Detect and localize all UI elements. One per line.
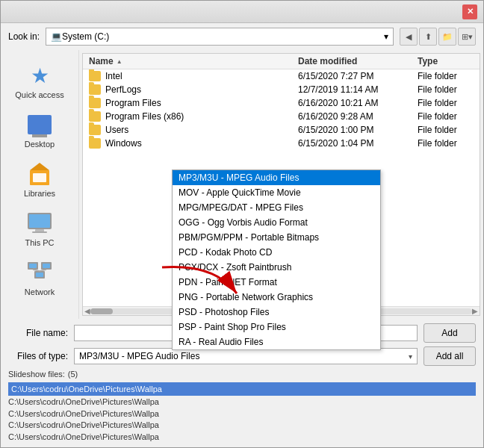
file-modified: 6/15/2020 1:04 PM bbox=[292, 138, 412, 149]
file-name: PerfLogs bbox=[105, 84, 141, 95]
svg-rect-2 bbox=[33, 173, 46, 182]
file-modified: 6/15/2020 1:00 PM bbox=[292, 125, 412, 135]
column-name[interactable]: Name ▲ bbox=[83, 56, 292, 66]
column-type[interactable]: Type bbox=[412, 56, 480, 66]
dropdown-item-psd[interactable]: PSD - Photoshop Files bbox=[173, 305, 380, 320]
this-pc-icon bbox=[26, 210, 53, 237]
file-list-header: Name ▲ Date modified Type bbox=[83, 54, 480, 69]
close-button[interactable]: ✕ bbox=[462, 4, 477, 19]
file-type: File folder bbox=[412, 71, 480, 81]
table-row[interactable]: PerfLogs 12/7/2019 11:14 AM File folder bbox=[83, 83, 480, 96]
look-in-icon: 💻 bbox=[51, 31, 62, 42]
add-all-button[interactable]: Add all bbox=[424, 346, 476, 366]
svg-rect-8 bbox=[29, 264, 37, 268]
file-modified: 12/7/2019 11:14 AM bbox=[292, 84, 412, 95]
files-type-dropdown[interactable]: MP3/M3U - MPEG Audio Files ▾ bbox=[74, 348, 418, 364]
svg-rect-10 bbox=[43, 264, 50, 268]
column-modified[interactable]: Date modified bbox=[292, 56, 412, 66]
folder-icon bbox=[89, 125, 101, 135]
files-type-value: MP3/M3U - MPEG Audio Files bbox=[79, 351, 199, 361]
toolbar: Look in: 💻 System (C:) ▾ ◀ ⬆ 📁 ⊞▾ bbox=[1, 23, 483, 50]
file-type: File folder bbox=[412, 84, 480, 95]
look-in-label: Look in: bbox=[8, 31, 40, 42]
folder-icon bbox=[89, 71, 101, 81]
look-in-value: System (C:) bbox=[62, 31, 109, 42]
sidebar-item-desktop[interactable]: Desktop bbox=[6, 107, 73, 153]
dropdown-item-pdn[interactable]: PDN - Paint.NET Format bbox=[173, 275, 380, 290]
sidebar-item-network[interactable]: Network bbox=[6, 255, 73, 301]
open-dialog: ✕ Look in: 💻 System (C:) ▾ ◀ ⬆ 📁 ⊞▾ ★ Qu… bbox=[0, 0, 484, 448]
sort-arrow-icon: ▲ bbox=[117, 58, 122, 65]
file-type: File folder bbox=[412, 98, 480, 108]
file-modified: 6/15/2020 7:27 PM bbox=[292, 71, 412, 81]
dropdown-item-ogg[interactable]: OGG - Ogg Vorbis Audio Format bbox=[173, 215, 380, 230]
sidebar: ★ Quick access Desktop bbox=[1, 50, 79, 319]
dropdown-item-pcd[interactable]: PCD - Kodak Photo CD bbox=[173, 245, 380, 260]
slideshow-file-item: C:\Users\codru\OneDrive\Pictures\Wallpa bbox=[8, 420, 476, 431]
svg-line-14 bbox=[40, 270, 46, 271]
add-button[interactable]: Add bbox=[424, 323, 476, 343]
table-row[interactable]: Users 6/15/2020 1:00 PM File folder bbox=[83, 123, 480, 137]
svg-rect-12 bbox=[36, 273, 43, 277]
dropdown-item-pcxdcx[interactable]: PCX/DCX - Zsoft Paintbrush bbox=[173, 260, 380, 275]
dropdown-item-mp3m3u[interactable]: MP3/M3U - MPEG Audio Files bbox=[173, 170, 380, 185]
sidebar-item-this-pc[interactable]: This PC bbox=[6, 205, 73, 252]
file-name-label: File name: bbox=[8, 328, 68, 338]
new-folder-button[interactable]: 📁 bbox=[438, 28, 456, 46]
up-button[interactable]: ⬆ bbox=[419, 28, 437, 46]
files-type-label: Files of type: bbox=[8, 351, 68, 361]
network-icon bbox=[26, 259, 53, 286]
sidebar-item-libraries[interactable]: Libraries bbox=[6, 156, 73, 202]
table-row[interactable]: Program Files (x86) 6/16/2020 9:28 AM Fi… bbox=[83, 110, 480, 123]
svg-rect-4 bbox=[29, 214, 50, 228]
toolbar-icons: ◀ ⬆ 📁 ⊞▾ bbox=[400, 28, 476, 46]
table-row[interactable]: Intel 6/15/2020 7:27 PM File folder bbox=[83, 69, 480, 83]
quick-access-icon: ★ bbox=[26, 62, 53, 89]
svg-marker-1 bbox=[30, 163, 49, 170]
file-modified: 6/16/2020 9:28 AM bbox=[292, 111, 412, 122]
slideshow-label: Slideshow files: bbox=[8, 370, 65, 379]
slideshow-file-list: C:\Users\codru\OneDrive\Pictures\WallpaC… bbox=[8, 396, 476, 443]
dropdown-arrow-icon: ▾ bbox=[384, 31, 388, 42]
folder-icon bbox=[89, 138, 101, 149]
dropdown-item-pbm[interactable]: PBM/PGM/PPM - Portable Bitmaps bbox=[173, 230, 380, 245]
slideshow-selected-file: C:\Users\codru\OneDrive\Pictures\Wallpa bbox=[8, 382, 476, 396]
sidebar-label-libraries: Libraries bbox=[24, 189, 55, 198]
folder-icon bbox=[89, 98, 101, 108]
dropdown-item-ra[interactable]: RA - Real Audio Files bbox=[173, 335, 380, 349]
slideshow-file-item: C:\Users\codru\OneDrive\Pictures\Wallpa bbox=[8, 432, 476, 443]
h-scroll-thumb[interactable] bbox=[90, 308, 113, 314]
file-name: Windows bbox=[105, 138, 142, 149]
table-row[interactable]: Program Files 6/16/2020 10:21 AM File fo… bbox=[83, 96, 480, 110]
table-row[interactable]: Windows 6/15/2020 1:04 PM File folder bbox=[83, 137, 480, 150]
files-type-arrow-icon: ▾ bbox=[409, 352, 412, 361]
dropdown-item-mpg[interactable]: MPG/MPEG/DAT - MPEG Files bbox=[173, 200, 380, 215]
sidebar-label-this-pc: This PC bbox=[25, 238, 54, 247]
slideshow-file-item: C:\Users\codru\OneDrive\Pictures\Wallpa bbox=[8, 408, 476, 420]
look-in-dropdown[interactable]: 💻 System (C:) ▾ bbox=[46, 28, 394, 46]
desktop-icon bbox=[26, 111, 53, 138]
file-name: Program Files (x86) bbox=[105, 111, 184, 122]
svg-rect-6 bbox=[32, 231, 47, 233]
view-button[interactable]: ⊞▾ bbox=[458, 28, 476, 46]
back-button[interactable]: ◀ bbox=[400, 28, 418, 46]
sidebar-item-quick-access[interactable]: ★ Quick access bbox=[6, 57, 73, 104]
file-name: Intel bbox=[105, 71, 122, 81]
libraries-icon bbox=[26, 161, 53, 187]
slideshow-count: (5) bbox=[68, 370, 78, 379]
slideshow-file-item: C:\Users\codru\OneDrive\Pictures\Wallpa bbox=[8, 396, 476, 408]
file-name: Program Files bbox=[105, 98, 161, 108]
files-type-dropdown-overlay: MP3/M3U - MPEG Audio FilesMOV - Apple Qu… bbox=[172, 169, 381, 350]
file-name: Users bbox=[105, 125, 128, 135]
sidebar-label-network: Network bbox=[25, 287, 55, 296]
dropdown-item-png[interactable]: PNG - Portable Network Graphics bbox=[173, 290, 380, 305]
file-type: File folder bbox=[412, 138, 480, 149]
file-type: File folder bbox=[412, 125, 480, 135]
title-bar: ✕ bbox=[1, 1, 483, 23]
file-modified: 6/16/2020 10:21 AM bbox=[292, 98, 412, 108]
file-type: File folder bbox=[412, 111, 480, 122]
dropdown-item-mov[interactable]: MOV - Apple QuickTime Movie bbox=[173, 185, 380, 200]
dropdown-item-psp[interactable]: PSP - Paint Shop Pro Files bbox=[173, 320, 380, 335]
folder-icon bbox=[89, 111, 101, 122]
sidebar-label-desktop: Desktop bbox=[25, 140, 55, 149]
